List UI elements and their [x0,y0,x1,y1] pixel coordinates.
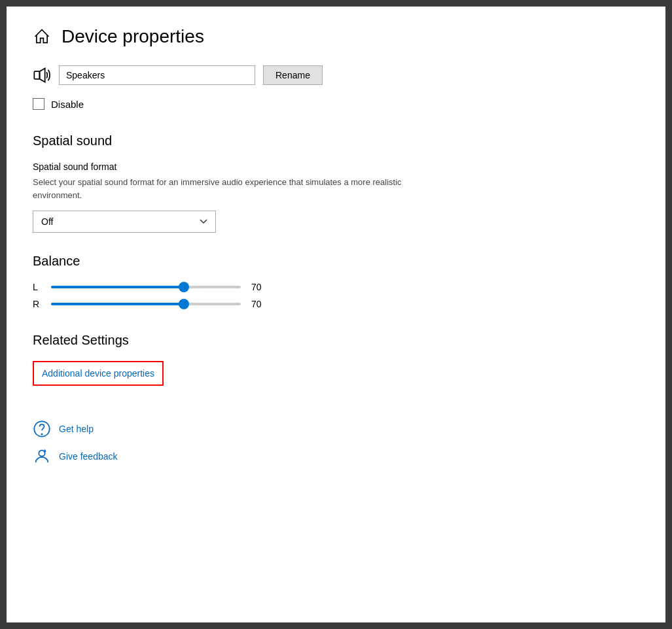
settings-window: Device properties Rename Disable Spatial… [7,7,665,622]
svg-point-3 [41,434,42,435]
spatial-sound-format-label: Spatial sound format [33,162,639,172]
svg-rect-0 [34,71,39,79]
right-slider-track [51,303,241,305]
disable-checkbox[interactable] [33,98,44,110]
get-help-link[interactable]: Get help [59,424,94,434]
right-channel-label: R [33,299,41,309]
left-slider-track [51,286,241,288]
page-title: Device properties [62,26,204,47]
get-help-row: Get help [33,420,639,438]
spatial-sound-description: Select your spatial sound format for an … [33,176,425,201]
left-slider-fill [51,286,184,288]
svg-marker-1 [40,69,45,82]
disable-label: Disable [51,99,84,110]
give-feedback-icon [33,447,51,466]
disable-row: Disable [33,98,639,110]
left-slider-value: 70 [251,282,271,292]
spatial-sound-dropdown[interactable]: Off Windows Sonic for Headphones Dolby A… [33,211,216,233]
device-name-row: Rename [33,65,639,85]
balance-section: Balance L 70 R 70 [33,254,639,309]
right-slider-fill [51,303,184,305]
right-slider-row: R 70 [33,299,639,309]
right-slider-thumb[interactable] [179,299,189,309]
left-slider-row: L 70 [33,282,639,292]
give-feedback-link[interactable]: Give feedback [59,451,118,462]
spatial-sound-section: Spatial sound Spatial sound format Selec… [33,133,639,233]
balance-title: Balance [33,254,639,269]
device-name-input[interactable] [59,65,255,85]
rename-button[interactable]: Rename [263,65,323,85]
speaker-icon [33,66,51,84]
additional-device-properties-link[interactable]: Additional device properties [42,368,154,379]
additional-device-properties-box: Additional device properties [33,361,164,386]
related-settings-section: Related Settings Additional device prope… [33,333,639,404]
left-slider-thumb[interactable] [179,282,189,292]
header: Device properties [33,26,639,47]
spatial-sound-title: Spatial sound [33,133,639,148]
get-help-icon [33,420,51,438]
right-slider-value: 70 [251,299,271,309]
related-settings-title: Related Settings [33,333,639,348]
home-icon [33,27,51,46]
give-feedback-row: Give feedback [33,447,639,466]
left-channel-label: L [33,282,41,292]
